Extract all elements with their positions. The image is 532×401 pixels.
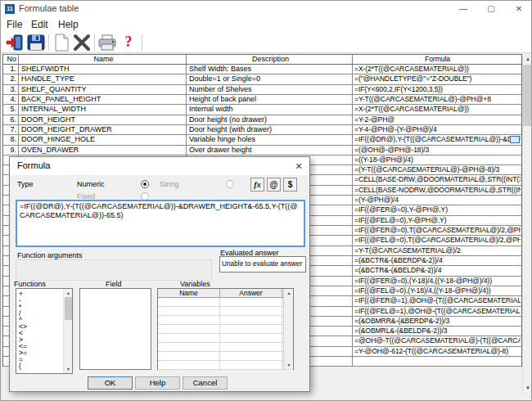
- titlebar: 11 Formulae table — ▢ ✕: [1, 1, 531, 17]
- variables-row: [158, 334, 293, 343]
- toolbar-separator: [142, 34, 142, 51]
- functions-scrollbar[interactable]: ▲ ▼: [63, 289, 72, 373]
- help-icon[interactable]: ?: [120, 33, 137, 51]
- cell-edit-button[interactable]: [510, 136, 520, 143]
- table-row[interactable]: 5. INTERNAL_WIDTH Internal width =X-(2*T…: [3, 105, 521, 115]
- formula-input[interactable]: =IF((@DR@),Y-(T((@CARCASEMATERIAL@))-&DR…: [16, 200, 305, 247]
- column-header-formula[interactable]: Formula: [353, 55, 521, 64]
- close-button[interactable]: ✕: [505, 1, 532, 17]
- scroll-down-icon[interactable]: ▼: [523, 383, 532, 394]
- new-icon[interactable]: [52, 34, 71, 52]
- table-row[interactable]: 9. OVEN_DRAWER Over drawer height =(@OH@…: [3, 146, 521, 155]
- cancel-button[interactable]: Cancel: [183, 376, 228, 390]
- radio-string[interactable]: [226, 180, 234, 188]
- evaluated-answer-value: Unable to evaluate answer: [219, 256, 306, 273]
- variables-grid[interactable]: Name Answer ▲ ▼: [157, 288, 294, 370]
- print-icon[interactable]: [97, 34, 117, 52]
- variables-row: [158, 343, 293, 352]
- table-row[interactable]: 2. HANDLE_TYPE Double=1 or Single=0 =("@…: [3, 74, 521, 84]
- dialog-title: Formula: [17, 160, 50, 170]
- field-listbox[interactable]: [79, 288, 151, 370]
- table-scrollbar[interactable]: ▲ ▼: [522, 54, 532, 394]
- app-window: 11 Formulae table — ▢ ✕ File Edit Help: [0, 0, 532, 401]
- scroll-up-icon[interactable]: ▲: [64, 289, 73, 297]
- radio-label-numeric: Numeric: [77, 180, 105, 188]
- function-arguments-box: [16, 259, 212, 281]
- variables-column-answer: Answer: [220, 289, 282, 297]
- column-header-no[interactable]: No: [3, 55, 19, 64]
- save-icon[interactable]: [26, 34, 46, 52]
- variables-scrollbar[interactable]: ▲ ▼: [283, 289, 293, 369]
- table-row[interactable]: 3. SHELF_QUANTITY Number of Shelves =IF(…: [3, 85, 521, 95]
- radio-numeric[interactable]: [141, 180, 149, 188]
- minimize-button[interactable]: —: [449, 1, 477, 17]
- scrollbar-thumb[interactable]: [65, 297, 72, 320]
- dialog-titlebar: Formula ✕: [10, 157, 309, 175]
- variables-label: Variables: [180, 280, 210, 288]
- table-row[interactable]: 6. DOOR_HEIGHT Door height (no drawer) =…: [3, 115, 521, 125]
- scroll-down-icon[interactable]: ▼: [284, 361, 294, 369]
- table-row[interactable]: 8. DOOR_HINGE_HOLE Variable hinge holes …: [3, 135, 521, 145]
- table-row[interactable]: 1. SHELFWIDTH Shelf Width: Bases =X-(2*T…: [3, 65, 521, 74]
- column-header-name[interactable]: Name: [19, 55, 187, 64]
- variables-row: [158, 352, 293, 361]
- variables-row: [158, 298, 293, 307]
- variable-button[interactable]: @: [267, 178, 281, 191]
- app-icon: 11: [5, 4, 15, 14]
- maximize-button[interactable]: ▢: [477, 1, 505, 17]
- table-header: No Name Description Formula: [3, 55, 521, 65]
- parameter-button[interactable]: $: [283, 178, 297, 191]
- variables-rows: [158, 298, 293, 370]
- exit-icon[interactable]: [6, 34, 25, 52]
- variables-row: [158, 307, 293, 316]
- function-arguments-label: Function arguments: [17, 251, 83, 259]
- radio-label-string: String: [160, 180, 179, 188]
- scroll-down-icon[interactable]: ▼: [64, 365, 73, 373]
- help-button[interactable]: Help: [135, 376, 180, 390]
- toolbar-separator: [94, 34, 95, 51]
- column-header-description[interactable]: Description: [187, 55, 353, 64]
- menu-help[interactable]: Help: [58, 19, 79, 30]
- ok-button[interactable]: OK: [88, 376, 133, 390]
- variables-header: Name Answer: [158, 289, 293, 298]
- functions-label: Functions: [14, 280, 46, 288]
- toolbar: ?: [1, 32, 531, 53]
- menubar: File Edit Help: [1, 17, 531, 32]
- dialog-close-icon[interactable]: ✕: [288, 157, 309, 175]
- variables-row: [158, 361, 293, 370]
- function-button[interactable]: fx: [250, 178, 264, 191]
- formula-dialog: Formula ✕ Type Numeric String Fixed fx @…: [9, 156, 310, 392]
- table-row[interactable]: 7. DOOR_HEIGHT_DRAWER Door height (with …: [3, 125, 521, 135]
- scrollbar-thumb[interactable]: [523, 65, 532, 126]
- window-title: Formulae table: [19, 3, 79, 13]
- menu-file[interactable]: File: [7, 19, 22, 30]
- toolbar-separator: [48, 34, 49, 51]
- scroll-up-icon[interactable]: ▲: [523, 54, 532, 65]
- scroll-up-icon[interactable]: ▲: [284, 289, 294, 297]
- menu-edit[interactable]: Edit: [31, 19, 48, 30]
- variables-row: [158, 325, 293, 334]
- table-row[interactable]: 4. BACK_PANEL_HEIGHT Height of back pane…: [3, 95, 521, 105]
- type-label: Type: [17, 180, 34, 188]
- functions-listbox[interactable]: +-*/^<><><=>==( ▲ ▼: [16, 288, 73, 374]
- delete-icon[interactable]: [72, 34, 92, 52]
- variables-column-name: Name: [158, 289, 220, 297]
- field-label: Field: [106, 280, 122, 288]
- variables-row: [158, 316, 293, 325]
